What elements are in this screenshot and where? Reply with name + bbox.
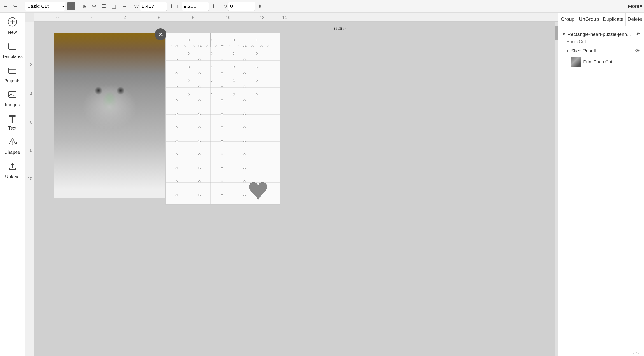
ruler-mark-14: 14 [282, 15, 287, 20]
ruler-mark-10: 10 [226, 15, 230, 20]
right-panel-header: Group UnGroup Duplicate Delete [558, 13, 644, 26]
sidebar-item-upload[interactable]: Upload [2, 159, 23, 182]
ruler-top: 0 2 4 6 8 10 12 14 [34, 13, 558, 22]
width-stepper[interactable]: ⬍ [168, 3, 176, 10]
sidebar-item-projects-label: Projects [4, 78, 20, 83]
sidebar-item-text-label: Text [8, 126, 16, 131]
ungroup-button[interactable]: UnGroup [577, 13, 601, 26]
layer-section-main: ▼ Rectangle-heart-puzzle-jenn... 👁 Basic… [562, 30, 640, 67]
group-button[interactable]: Group [558, 13, 577, 26]
ruler-mark-0: 0 [56, 15, 59, 20]
width-line-right [350, 29, 513, 29]
undo-button[interactable]: ↩ [2, 3, 10, 10]
sidebar-item-new-label: New [8, 30, 17, 35]
ruler-mark-v2: 2 [30, 62, 32, 67]
layers-button[interactable]: ◫ [110, 3, 118, 10]
new-icon [8, 17, 17, 29]
grid-button[interactable]: ⊞ [81, 3, 88, 10]
more-button[interactable]: More ▾ [628, 4, 642, 9]
svg-rect-4 [8, 68, 16, 74]
sidebar-item-images[interactable]: Images [2, 87, 23, 110]
eye-icon-main[interactable]: 👁 [636, 32, 640, 37]
svg-rect-6 [8, 92, 16, 97]
print-then-cut-thumbnail [571, 57, 581, 67]
sidebar-item-text[interactable]: T Text [2, 111, 23, 134]
eye-icon-slice[interactable]: 👁 [636, 48, 640, 54]
toolbar-separator-4 [220, 3, 220, 10]
svg-rect-11 [166, 33, 280, 205]
sidebar-item-shapes-label: Shapes [5, 150, 20, 155]
cat-image [54, 33, 164, 198]
align-button[interactable]: ☰ [100, 3, 108, 10]
chevron-down-icon: ▼ [562, 32, 566, 36]
projects-icon [8, 66, 17, 77]
sidebar-item-projects[interactable]: Projects [2, 63, 23, 86]
height-label: H [177, 4, 181, 9]
watermark-text: cricut [633, 350, 640, 354]
print-then-cut-item: Print Then Cut [566, 56, 640, 67]
sidebar-item-upload-label: Upload [5, 174, 20, 179]
width-indicator: 6.467" [169, 26, 513, 32]
redo-button[interactable]: ↪ [11, 3, 19, 10]
width-label: W [134, 4, 139, 9]
height-group: H ⬍ [177, 2, 218, 11]
templates-icon [8, 41, 17, 53]
delete-button[interactable]: Delete [626, 13, 644, 26]
slice-result-header[interactable]: ▼ Slice Result 👁 [566, 46, 640, 56]
slice-result-name: Slice Result [571, 48, 634, 54]
canvas-content: 6.467" ✕ [34, 22, 558, 356]
flip-button[interactable]: ↔ [120, 3, 128, 10]
ruler-mark-v6: 6 [30, 120, 32, 125]
rotate-input[interactable] [228, 2, 255, 11]
thumbnail-image [571, 57, 581, 67]
canvas-area: 0 2 4 6 8 10 12 14 2 4 6 8 10 [25, 13, 558, 356]
close-button[interactable]: ✕ [155, 29, 166, 40]
scrollbar-thumb[interactable] [555, 26, 558, 40]
ruler-mark-2: 2 [90, 15, 92, 20]
upload-icon [8, 161, 17, 173]
layer-header-main[interactable]: ▼ Rectangle-heart-puzzle-jenn... 👁 [562, 30, 640, 39]
width-group: W ⬍ [134, 2, 176, 11]
rotate-stepper[interactable]: ⬍ [256, 3, 264, 10]
toolbar-separator-3 [131, 3, 132, 10]
right-panel: Group UnGroup Duplicate Delete ▼ Rectang… [558, 13, 644, 356]
ruler-left: 2 4 6 8 10 [25, 22, 34, 356]
ruler-mark-v4: 4 [30, 92, 32, 97]
sidebar-item-new[interactable]: New [2, 15, 23, 38]
ruler-mark-v8: 8 [30, 148, 32, 153]
more-arrow-icon: ▾ [640, 4, 642, 9]
width-indicator-text: 6.467" [334, 26, 348, 32]
right-panel-layers: ▼ Rectangle-heart-puzzle-jenn... 👁 Basic… [558, 26, 644, 348]
height-stepper[interactable]: ⬍ [210, 3, 218, 10]
scissors-button[interactable]: ✂ [90, 3, 98, 10]
layer-main-type: Basic Cut [562, 39, 640, 44]
slice-result-section: ▼ Slice Result 👁 Print Then Cut [562, 46, 640, 67]
sidebar-item-templates[interactable]: Templates [2, 39, 23, 62]
toolbar-separator-2 [78, 3, 78, 10]
ruler-mark-6: 6 [158, 15, 160, 20]
sidebar-item-shapes[interactable]: Shapes [2, 134, 23, 158]
ruler-mark-8: 8 [192, 15, 194, 20]
left-sidebar: New Templates Projects Images [0, 13, 25, 356]
operation-select[interactable]: Basic Cut Print Then Cut Draw [24, 2, 65, 11]
svg-rect-3 [8, 43, 16, 50]
sidebar-item-templates-label: Templates [2, 54, 22, 59]
ruler-mark-v10: 10 [28, 176, 32, 181]
sidebar-item-images-label: Images [5, 102, 20, 108]
color-picker[interactable] [67, 2, 75, 11]
puzzle-overlay [165, 33, 280, 205]
text-icon: T [9, 114, 16, 125]
rotate-icon: ↻ [223, 4, 227, 9]
cat-photo [54, 33, 165, 198]
ruler-mark-12: 12 [260, 15, 264, 20]
height-input[interactable] [182, 2, 209, 11]
puzzle-svg [166, 33, 280, 205]
width-line-left [169, 29, 333, 29]
scrollbar[interactable] [554, 22, 558, 356]
layer-main-name: Rectangle-heart-puzzle-jenn... [568, 32, 634, 37]
print-then-cut-label: Print Then Cut [583, 59, 612, 65]
more-label: More [628, 4, 639, 9]
width-input[interactable] [140, 2, 167, 11]
duplicate-button[interactable]: Duplicate [601, 13, 626, 26]
toolbar-separator-1 [22, 3, 22, 10]
